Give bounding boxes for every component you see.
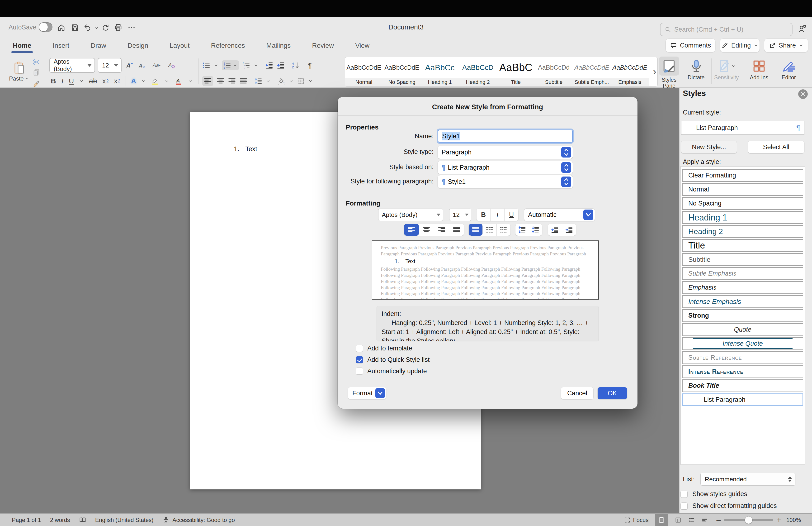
- gallery-style-subtle-emph-[interactable]: AaBbCcDdESubtle Emph...: [573, 57, 611, 86]
- gallery-style-subtitle[interactable]: AaBbCcDdSubtitle: [535, 57, 573, 86]
- shrink-font-icon[interactable]: A: [138, 61, 146, 69]
- feedback-icon[interactable]: [798, 24, 807, 33]
- ok-button[interactable]: OK: [598, 387, 627, 399]
- close-icon[interactable]: ✕: [798, 89, 808, 99]
- font-color-button[interactable]: A: [174, 77, 183, 85]
- font-size-combo[interactable]: 12: [98, 58, 121, 73]
- style-item-intense-emphasis[interactable]: Intense Emphasis: [682, 295, 803, 308]
- proofing-icon[interactable]: [79, 516, 86, 524]
- list-filter-select[interactable]: Recommended: [700, 473, 795, 486]
- tab-home[interactable]: Home: [10, 42, 35, 49]
- sensitivity-button[interactable]: Sensitivity: [714, 59, 739, 81]
- font-name-combo[interactable]: Aptos (Body): [49, 58, 95, 73]
- shading-icon[interactable]: [277, 77, 285, 85]
- bullets-icon[interactable]: [202, 61, 211, 69]
- highlight-color-button[interactable]: [151, 77, 159, 85]
- seg-align-left[interactable]: [404, 224, 419, 236]
- sort-icon[interactable]: AZ: [292, 61, 300, 69]
- dialog-color-popup[interactable]: Automatic: [524, 209, 595, 221]
- paste-button[interactable]: Paste: [6, 57, 32, 86]
- seg-align-right[interactable]: [434, 224, 449, 236]
- change-case-icon[interactable]: Aa: [150, 61, 163, 69]
- word-count[interactable]: 2 words: [50, 517, 70, 523]
- gallery-style-heading-1[interactable]: AaBbCcHeading 1: [421, 57, 459, 86]
- gallery-style-normal[interactable]: AaBbCcDdENormal: [345, 57, 383, 86]
- style-item-emphasis[interactable]: Emphasis: [682, 281, 803, 294]
- editing-mode-button[interactable]: Editing: [720, 39, 760, 52]
- style-item-normal[interactable]: Normal: [682, 183, 803, 196]
- zoom-slider[interactable]: [724, 520, 773, 521]
- clear-formatting-icon[interactable]: A: [168, 61, 176, 69]
- dictate-button[interactable]: Dictate: [687, 59, 705, 81]
- zoom-out-button[interactable]: –: [716, 515, 721, 524]
- undo-icon[interactable]: [83, 23, 92, 32]
- more-commands-icon[interactable]: [127, 23, 136, 32]
- seg-align-justify[interactable]: [449, 224, 464, 236]
- following-popup[interactable]: ¶Style1: [438, 175, 573, 188]
- style-item-quote[interactable]: Quote: [682, 323, 803, 336]
- style-item-intense-ref[interactable]: Intense Reference: [682, 365, 803, 378]
- draft-view-icon[interactable]: [701, 517, 708, 523]
- search-box[interactable]: [660, 23, 793, 36]
- seg-align-center[interactable]: [419, 224, 434, 236]
- seg-spacing-1-5[interactable]: [483, 224, 497, 236]
- dialog-font-combo[interactable]: Aptos (Body): [378, 209, 443, 221]
- style-item-book-title[interactable]: Book Title: [682, 380, 803, 392]
- grow-font-icon[interactable]: A: [125, 61, 133, 69]
- show-styles-guides-checkbox[interactable]: [680, 491, 687, 498]
- underline-chevron-icon[interactable]: [79, 79, 84, 83]
- focus-button[interactable]: Focus: [624, 517, 649, 523]
- checkbox-checked[interactable]: [356, 356, 363, 363]
- cut-icon[interactable]: [32, 58, 40, 66]
- borders-icon[interactable]: [297, 77, 305, 85]
- style-item-subtle-emphasis[interactable]: Subtle Emphasis: [682, 267, 803, 280]
- undo-chevron-icon[interactable]: [94, 26, 99, 30]
- seg-space-after[interactable]: [529, 224, 542, 236]
- tab-insert[interactable]: Insert: [49, 42, 73, 49]
- underline-button[interactable]: U: [69, 77, 74, 85]
- seg-spacing-single[interactable]: [469, 224, 483, 236]
- home-icon[interactable]: [57, 23, 66, 32]
- style-item-h2[interactable]: Heading 2: [682, 225, 803, 238]
- decrease-indent-icon[interactable]: [265, 61, 273, 69]
- gallery-scroll-right-icon[interactable]: ›: [651, 66, 658, 77]
- format-menu-button[interactable]: Format: [348, 387, 386, 399]
- comments-button[interactable]: Comments: [666, 39, 715, 52]
- tab-references[interactable]: References: [207, 42, 248, 49]
- style-item-title[interactable]: Title: [682, 239, 803, 252]
- italic-button[interactable]: I: [61, 77, 64, 85]
- dialog-underline-button[interactable]: U: [505, 209, 518, 221]
- seg-spacing-double[interactable]: [497, 224, 510, 236]
- style-item-nospacing[interactable]: No Spacing: [682, 197, 803, 210]
- zoom-in-button[interactable]: +: [777, 515, 781, 524]
- style-name-input[interactable]: Style1: [438, 130, 573, 143]
- subscript-button[interactable]: x2: [102, 77, 109, 85]
- text-effects-button[interactable]: A: [131, 77, 136, 85]
- web-layout-icon[interactable]: [675, 517, 681, 523]
- tab-layout[interactable]: Layout: [166, 42, 193, 49]
- style-item-list-paragraph[interactable]: List Paragraph: [682, 394, 803, 406]
- new-style-button[interactable]: New Style...: [681, 141, 737, 154]
- language-status[interactable]: English (United States): [95, 517, 154, 523]
- seg-decrease-indent[interactable]: [548, 224, 562, 236]
- cancel-button[interactable]: Cancel: [561, 387, 593, 399]
- styles-pane-button[interactable]: StylesPane: [659, 57, 679, 89]
- share-button[interactable]: Share: [764, 39, 808, 52]
- gallery-style-heading-2[interactable]: AaBbCcDHeading 2: [459, 57, 497, 86]
- copy-icon[interactable]: [32, 68, 40, 76]
- superscript-button[interactable]: x2: [114, 77, 120, 85]
- align-left-button-active[interactable]: [202, 76, 213, 86]
- gallery-style-emphasis[interactable]: AaBbCcDdEEmphasis: [611, 57, 649, 86]
- align-right-icon[interactable]: [228, 77, 236, 85]
- tab-draw[interactable]: Draw: [87, 42, 110, 49]
- dialog-check-automatically-update[interactable]: Automatically update: [356, 367, 430, 375]
- editor-button[interactable]: Editor: [782, 59, 796, 81]
- print-layout-view-button[interactable]: [655, 514, 668, 526]
- tab-view[interactable]: View: [352, 42, 373, 49]
- bold-button[interactable]: B: [51, 77, 56, 85]
- increase-indent-icon[interactable]: [277, 61, 285, 69]
- dialog-check-add-to-quick-style-list[interactable]: Add to Quick Style list: [356, 356, 430, 364]
- style-item-strong[interactable]: Strong: [682, 309, 803, 322]
- search-input[interactable]: [674, 26, 779, 33]
- select-all-button[interactable]: Select All: [748, 141, 804, 154]
